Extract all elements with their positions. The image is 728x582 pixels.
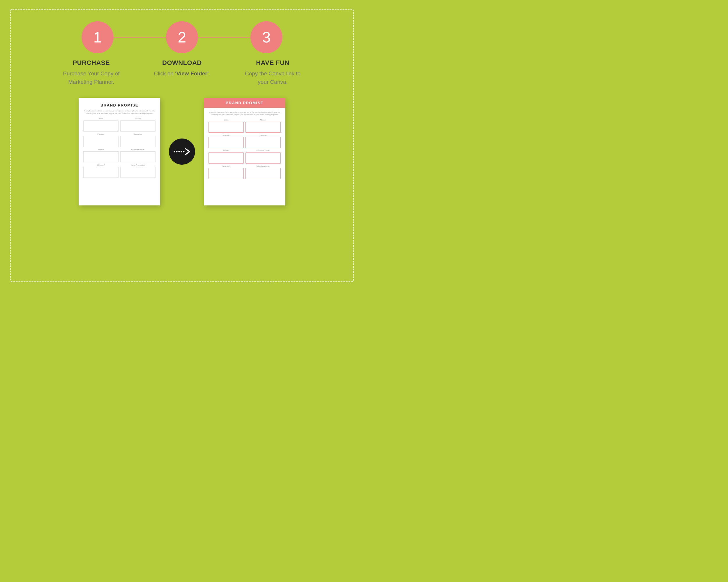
step-desc-3: Copy the Canva link to your Canva. [241,70,305,86]
doc-cell-pink-vision: Vision [208,119,244,133]
step-title-2: DOWNLOAD [162,59,202,67]
arrow-button[interactable] [169,139,195,165]
doc-subtitle-white: A simple statement that is a promise, a … [83,110,156,115]
doc-grid-pink: Vision Mission Products Customers Benefi… [208,119,281,179]
step-circle-2: 2 [166,21,198,53]
svg-point-2 [179,151,180,153]
doc-cell-customers: Customers [120,133,156,147]
svg-point-4 [183,151,185,153]
step-circle-3: 3 [251,21,283,53]
doc-cell-pink-value-prop: Value Proposition [245,165,281,179]
step-group-3: HAVE FUN Copy the Canva link to your Can… [241,59,305,86]
doc-cell-customer-needs: Customer Needs [120,149,156,162]
doc-cell-pink-customers: Customers [245,134,281,148]
step-circle-1: 1 [81,21,113,53]
arrow-icon [173,146,191,158]
doc-cell-pink-mission: Mission [245,119,281,133]
doc-cell-pink-customer-needs: Customer Needs [245,150,281,164]
doc-card-white: BRAND PROMISE A simple statement that is… [79,98,160,205]
doc-cell-value-prop: Value Proposition [120,164,156,178]
doc-cell-mission: Mission [120,118,156,132]
doc-grid-white: Vision Mission Products Customers Benefi… [83,118,156,178]
step-title-3: HAVE FUN [256,59,289,67]
svg-point-3 [181,151,182,153]
doc-title-white: BRAND PROMISE [83,103,156,107]
preview-section: BRAND PROMISE A simple statement that is… [79,98,285,205]
doc-title-bar-pink: BRAND PROMISE [204,98,285,108]
doc-cell-pink-why-me: Why me? [208,165,244,179]
doc-cell-pink-benefits: Benefits [208,150,244,164]
svg-point-1 [176,151,178,153]
step-desc-1: Purchase Your Copy of Marketing Planner. [59,70,123,86]
step-line-1 [113,37,166,37]
doc-cell-pink-products: Products [208,134,244,148]
step-desc-2: Click on 'View Folder'. [154,70,210,78]
steps-section: 1 2 3 PURCHASE Purchase Your Copy of Mar… [29,21,335,86]
steps-labels: PURCHASE Purchase Your Copy of Marketing… [59,59,305,86]
steps-row: 1 2 3 [59,21,305,53]
doc-cell-vision: Vision [83,118,119,132]
outer-container: 1 2 3 PURCHASE Purchase Your Copy of Mar… [10,9,354,282]
doc-cell-products: Products [83,133,119,147]
step-title-1: PURCHASE [73,59,110,67]
step-group-2: DOWNLOAD Click on 'View Folder'. [150,59,214,86]
doc-cell-why-me: Why me? [83,164,119,178]
step-line-2 [198,37,251,37]
doc-subtitle-pink: A simple statement that is a promise, a … [208,111,281,116]
step-group-1: PURCHASE Purchase Your Copy of Marketing… [59,59,123,86]
svg-point-0 [174,151,175,153]
doc-card-pink: BRAND PROMISE A simple statement that is… [204,98,285,205]
doc-cell-benefits: Benefits [83,149,119,162]
